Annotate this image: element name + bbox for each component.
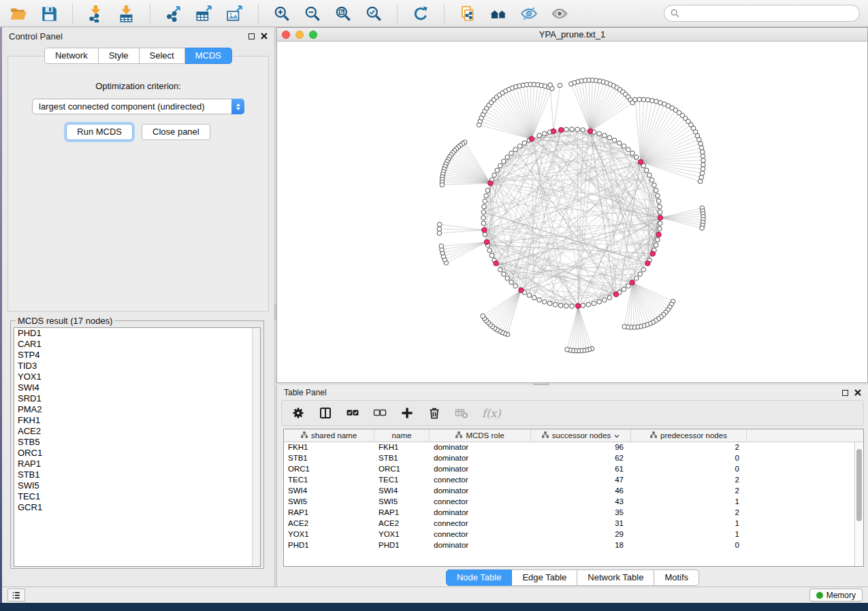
table-cell[interactable]: SWI5 — [284, 497, 374, 508]
graph-node[interactable] — [637, 97, 642, 102]
table-cell[interactable]: 35 — [531, 508, 631, 518]
graph-node[interactable] — [626, 284, 631, 288]
table-cell[interactable]: PHD1 — [374, 540, 430, 551]
save-session-icon[interactable] — [39, 3, 59, 24]
deselect-all-icon[interactable] — [373, 406, 387, 420]
graph-node[interactable] — [658, 221, 662, 226]
graph-node[interactable] — [505, 155, 510, 160]
graph-node[interactable] — [437, 227, 442, 231]
graph-node[interactable] — [495, 168, 500, 173]
graph-node[interactable] — [505, 276, 510, 281]
graph-node[interactable] — [484, 193, 489, 198]
first-neighbors-icon[interactable] — [488, 3, 509, 24]
graph-node[interactable] — [641, 267, 646, 272]
graph-node[interactable] — [502, 272, 507, 277]
table-cell[interactable]: STB1 — [374, 453, 430, 464]
table-cell[interactable]: SWI5 — [374, 497, 430, 508]
graph-node-selected[interactable] — [630, 280, 634, 284]
table-cell[interactable]: 2 — [631, 508, 747, 518]
mcds-result-item[interactable]: ORC1 — [14, 448, 260, 459]
mcds-result-item[interactable]: CAR1 — [14, 339, 260, 350]
zoom-out-icon[interactable] — [302, 3, 323, 24]
mcds-result-item[interactable]: PMA2 — [14, 404, 260, 415]
table-cell[interactable]: 29 — [531, 529, 631, 540]
graph-node[interactable] — [439, 244, 444, 248]
graph-node[interactable] — [483, 199, 487, 203]
graph-node[interactable] — [656, 237, 660, 242]
export-table-icon[interactable] — [194, 3, 214, 24]
table-scrollbar[interactable] — [854, 442, 863, 566]
graph-node[interactable] — [633, 97, 638, 102]
table-cell[interactable]: dominator — [430, 464, 531, 475]
graph-node[interactable] — [543, 299, 547, 304]
graph-node[interactable] — [645, 168, 649, 173]
table-cell[interactable]: 62 — [531, 453, 631, 464]
table-cell[interactable]: 0 — [631, 540, 747, 551]
table-cell[interactable]: 47 — [531, 475, 631, 486]
table-row[interactable]: SWI5SWI5connector431 — [284, 497, 854, 508]
graph-node[interactable] — [656, 193, 660, 198]
table-row[interactable]: PHD1PHD1dominator180 — [284, 540, 854, 551]
table-cell[interactable]: dominator — [430, 508, 531, 518]
table-cell[interactable]: 1 — [631, 518, 747, 529]
graph-node[interactable] — [517, 144, 522, 149]
graph-node[interactable] — [658, 204, 662, 209]
graph-node[interactable] — [558, 303, 563, 308]
table-cell[interactable]: 18 — [531, 540, 631, 551]
graph-node-selected[interactable] — [613, 292, 618, 297]
graph-node-selected[interactable] — [575, 303, 580, 308]
graph-node[interactable] — [658, 227, 662, 231]
table-row[interactable]: ACE2ACE2connector311 — [284, 518, 854, 529]
graph-node-selected[interactable] — [482, 227, 487, 232]
graph-node[interactable] — [701, 159, 706, 163]
graph-node[interactable] — [570, 304, 575, 309]
graph-node[interactable] — [437, 231, 442, 235]
table-cell[interactable]: 2 — [631, 475, 747, 486]
apply-function-icon[interactable]: f(x) — [482, 407, 500, 420]
network-window-titlebar[interactable]: YPA_prune.txt_1 — [277, 28, 867, 42]
export-network-icon[interactable] — [163, 3, 184, 24]
table-cell[interactable]: STB1 — [284, 453, 374, 464]
graph-node-selected[interactable] — [488, 181, 493, 186]
table-cell[interactable]: dominator — [430, 442, 531, 453]
open-file-icon[interactable] — [8, 3, 29, 24]
close-window-icon[interactable] — [261, 33, 268, 39]
table-cell[interactable]: dominator — [430, 453, 531, 464]
mcds-result-list[interactable]: PHD1CAR1STP4TID3YOX1SWI4SRD1PMA2FKH1ACE2… — [14, 327, 261, 567]
mcds-result-item[interactable]: STB1 — [14, 469, 260, 480]
graph-node[interactable] — [565, 347, 570, 352]
graph-node[interactable] — [658, 210, 662, 215]
graph-node-selected[interactable] — [638, 160, 643, 165]
table-cell[interactable]: ORC1 — [374, 464, 430, 475]
graph-node-selected[interactable] — [551, 129, 556, 133]
network-graph[interactable] — [277, 42, 867, 382]
table-cell[interactable]: 96 — [531, 442, 631, 453]
graph-node[interactable] — [481, 314, 485, 318]
tab-network-table[interactable]: Network Table — [577, 569, 654, 586]
table-cell[interactable]: FKH1 — [374, 442, 430, 453]
table-row[interactable]: ORC1ORC1dominator610 — [284, 464, 854, 475]
column-header-successor-nodes[interactable]: successor nodes — [531, 429, 631, 442]
table-cell[interactable]: TEC1 — [284, 475, 374, 486]
graph-node[interactable] — [612, 138, 617, 143]
graph-node[interactable] — [548, 83, 553, 88]
graph-node[interactable] — [581, 303, 585, 308]
graph-node[interactable] — [581, 128, 585, 133]
tab-edge-table[interactable]: Edge Table — [512, 569, 577, 586]
graph-node-selected[interactable] — [650, 251, 655, 256]
graph-node[interactable] — [699, 146, 704, 150]
table-cell[interactable]: 0 — [631, 453, 747, 464]
add-column-icon[interactable] — [400, 406, 414, 420]
graph-node[interactable] — [498, 267, 503, 272]
tab-style[interactable]: Style — [99, 48, 140, 64]
graph-node[interactable] — [645, 98, 650, 103]
graph-node[interactable] — [481, 221, 486, 226]
graph-node[interactable] — [481, 216, 486, 220]
tab-select[interactable]: Select — [140, 48, 185, 64]
table-cell[interactable]: dominator — [430, 486, 531, 497]
graph-node[interactable] — [602, 298, 607, 303]
zoom-fit-icon[interactable] — [333, 3, 353, 24]
task-history-button[interactable] — [7, 589, 25, 601]
float-window-icon[interactable] — [842, 390, 848, 396]
graph-node[interactable] — [597, 299, 602, 304]
